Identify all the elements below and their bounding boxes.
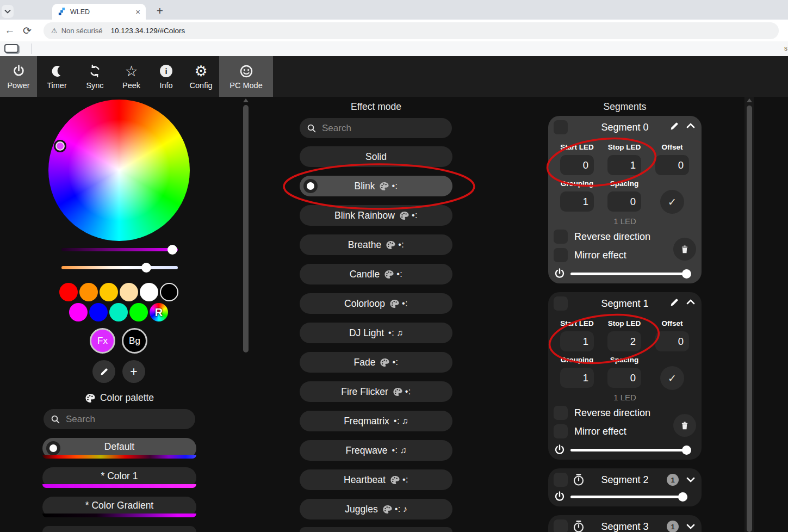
palette-preview-bar: [42, 514, 196, 517]
spacing-input[interactable]: 0: [607, 191, 641, 212]
segment-expand-button[interactable]: [686, 477, 695, 483]
effect-label: Fire Flicker: [341, 386, 388, 398]
power-icon[interactable]: [554, 491, 566, 503]
nav-info-button[interactable]: i Info: [150, 56, 183, 97]
segment-edit-name-button[interactable]: [669, 121, 680, 132]
effect-item-fire-flicker[interactable]: Fire Flicker•:: [300, 381, 452, 402]
start-led-input[interactable]: 1: [560, 331, 594, 351]
color-swatch[interactable]: [140, 283, 158, 301]
effect-item-juggles[interactable]: Juggles•:♪: [300, 499, 452, 519]
nav-sync-button[interactable]: Sync: [77, 56, 113, 97]
effect-item-freqwave[interactable]: Freqwave•:♫: [300, 440, 452, 461]
nav-pc-mode-button[interactable]: PC Mode: [219, 56, 273, 97]
delete-segment-button[interactable]: [673, 414, 696, 437]
palette-search-input[interactable]: Search: [44, 409, 195, 429]
nav-power-button[interactable]: Power: [0, 56, 37, 97]
color-swatch[interactable]: [89, 303, 108, 321]
color-swatch[interactable]: [59, 283, 78, 301]
palette-item-partial[interactable]: [42, 526, 196, 532]
reverse-direction-checkbox[interactable]: [554, 230, 568, 244]
refresh-button[interactable]: ⟳: [18, 24, 36, 37]
nav-timer-button[interactable]: Timer: [37, 56, 77, 97]
kelvin-slider-knob[interactable]: [141, 263, 151, 273]
delete-segment-button[interactable]: [673, 238, 696, 261]
segment-brightness-slider[interactable]: [548, 490, 702, 503]
effect-item-candle[interactable]: Candle•:: [300, 264, 452, 284]
color-swatch[interactable]: [69, 303, 88, 321]
address-bar[interactable]: ⚠ Non sécurisé 10.123.34.129/#Colors: [44, 22, 779, 39]
tab-search-caret-button[interactable]: [2, 5, 14, 18]
effect-item-solid[interactable]: Solid: [300, 146, 452, 167]
white-kelvin-slider[interactable]: [61, 266, 178, 269]
effect-item-colorloop[interactable]: Colorloop•:: [300, 293, 452, 314]
nav-peek-button[interactable]: ☆ Peek: [113, 56, 150, 97]
browser-tab-wled[interactable]: WLED ×: [52, 4, 146, 20]
edit-palette-button[interactable]: [92, 360, 115, 383]
power-icon: [12, 64, 26, 79]
palette-item--color-1[interactable]: * Color 1: [42, 467, 196, 488]
mirror-effect-checkbox[interactable]: [554, 424, 568, 438]
slider-knob[interactable]: [682, 269, 691, 279]
stop-led-input[interactable]: 2: [607, 331, 641, 351]
nav-config-button[interactable]: ⚙ Config: [183, 56, 219, 97]
bg-color-slot-button[interactable]: Bg: [122, 328, 147, 354]
apply-segment-button[interactable]: ✓: [660, 190, 684, 214]
segment-brightness-slider[interactable]: [548, 443, 702, 456]
grouping-input[interactable]: 1: [560, 191, 594, 212]
reverse-direction-checkbox[interactable]: [554, 406, 568, 420]
page-scrollbar-thumb[interactable]: [747, 106, 752, 532]
start-led-input[interactable]: 0: [560, 155, 594, 175]
color-swatch[interactable]: [79, 283, 98, 301]
segment-brightness-slider[interactable]: [548, 267, 702, 280]
effect-item-blink-rainbow[interactable]: Blink Rainbow•:: [300, 205, 452, 226]
spacing-input[interactable]: 0: [607, 368, 641, 388]
effect-item-heartbeat[interactable]: Heartbeat•:: [300, 469, 452, 490]
offset-input[interactable]: 0: [655, 331, 689, 351]
effect-item-fade[interactable]: Fade•:: [300, 352, 452, 373]
color-wheel[interactable]: [48, 100, 190, 241]
mirror-effect-checkbox[interactable]: [554, 248, 568, 262]
segment-expand-button[interactable]: [686, 523, 695, 530]
apply-segment-button[interactable]: ✓: [660, 366, 684, 390]
power-icon[interactable]: [554, 444, 566, 456]
value-slider-knob[interactable]: [167, 245, 177, 255]
stop-led-input[interactable]: 1: [607, 155, 641, 175]
scrollbar-up-arrow[interactable]: [243, 98, 249, 102]
back-button[interactable]: ←: [1, 24, 18, 36]
segment-edit-name-button[interactable]: [669, 297, 680, 308]
new-tab-button[interactable]: +: [152, 3, 167, 18]
palette-item-default[interactable]: Default: [42, 438, 196, 459]
add-custom-palette-button[interactable]: +: [122, 360, 145, 383]
effect-item-partial[interactable]: [300, 527, 452, 532]
power-icon[interactable]: [554, 268, 566, 280]
palette-item--color-gradient[interactable]: * Color Gradient: [42, 497, 196, 517]
slider-knob[interactable]: [678, 492, 687, 502]
color-swatch[interactable]: [160, 283, 178, 301]
segment-collapse-button[interactable]: [686, 299, 695, 305]
color-wheel-selector[interactable]: [54, 140, 66, 152]
chevron-up-icon: [686, 122, 695, 129]
tab-close-button[interactable]: ×: [135, 8, 140, 16]
effect-item-dj-light[interactable]: DJ Light•:♫: [300, 323, 452, 343]
color-swatch[interactable]: [109, 303, 128, 321]
effect-mode-title: Effect mode: [300, 101, 452, 113]
effect-search-input[interactable]: Search: [300, 118, 452, 138]
slider-knob[interactable]: [682, 446, 691, 455]
value-brightness-slider[interactable]: [61, 248, 178, 251]
offset-input[interactable]: 0: [655, 155, 689, 175]
left-scrollbar-thumb[interactable]: [243, 105, 249, 352]
palette-label: Default: [104, 441, 134, 453]
segment-collapse-button[interactable]: [686, 122, 695, 129]
color-swatch[interactable]: [120, 283, 138, 301]
fx-color-slot-button[interactable]: Fx: [90, 328, 115, 354]
random-color-swatch[interactable]: R: [150, 303, 168, 321]
effect-usage-icons: •:: [390, 475, 408, 485]
effect-item-freqmatrix[interactable]: Freqmatrix•:♫: [300, 411, 452, 431]
grouping-input[interactable]: 1: [560, 368, 594, 388]
sidepanel-icon[interactable]: [4, 44, 18, 53]
effect-item-breathe[interactable]: Breathe•:: [300, 234, 452, 255]
scrollbar-up-arrow[interactable]: [747, 98, 752, 102]
color-swatch[interactable]: [100, 283, 118, 301]
effect-item-blink[interactable]: Blink•:: [300, 176, 452, 196]
color-swatch[interactable]: [129, 303, 148, 321]
